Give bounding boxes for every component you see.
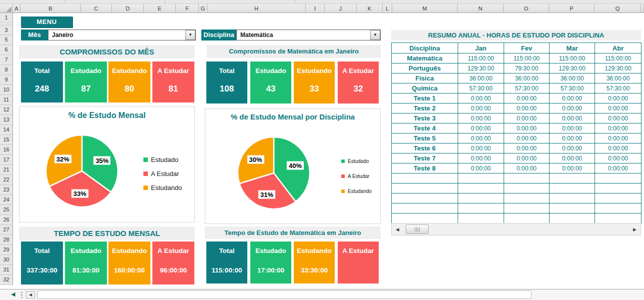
table-column-header-mar[interactable]: Mar [550, 43, 595, 54]
discipline-dropdown-arrow-button[interactable]: ▼ [370, 30, 380, 40]
column-header-A[interactable]: A [13, 4, 20, 13]
column-header-N[interactable]: N [458, 4, 504, 13]
row-header-6[interactable]: 6 [0, 45, 13, 55]
table-cell[interactable]: 0:00:00 [458, 164, 504, 174]
column-header-G[interactable]: G [199, 4, 207, 13]
row-header-28[interactable]: 28 [0, 235, 13, 245]
table-cell[interactable]: 36:00:00 [595, 74, 642, 84]
column-header-M[interactable]: M [392, 4, 458, 13]
table-cell[interactable]: 0:00:00 [550, 134, 595, 144]
table-cell[interactable] [458, 214, 504, 224]
table-row-label[interactable]: Química [392, 84, 458, 94]
row-header-11[interactable]: 11 [0, 95, 13, 105]
table-cell[interactable]: 115:00:00 [595, 54, 642, 64]
table-cell[interactable] [458, 174, 504, 184]
table-cell[interactable] [595, 174, 642, 184]
table-cell[interactable] [458, 194, 504, 204]
table-cell[interactable] [595, 204, 642, 214]
table-cell[interactable]: 0:00:00 [595, 134, 642, 144]
table-cell[interactable]: 0:00:00 [458, 134, 504, 144]
table-cell[interactable]: 0:00:00 [458, 154, 504, 164]
table-cell[interactable] [595, 194, 642, 204]
table-row-label[interactable]: Teste 3 [392, 114, 458, 124]
table-cell[interactable]: 0:00:00 [595, 154, 642, 164]
table-column-header-jan[interactable]: Jan [458, 43, 504, 54]
table-row-label[interactable]: Teste 4 [392, 124, 458, 134]
row-header-30[interactable]: 30 [0, 255, 13, 265]
table-row-label[interactable]: Português [392, 64, 458, 74]
table-horizontal-scrollbar[interactable]: ◀ ▶ [391, 223, 641, 236]
column-header-D[interactable]: D [112, 4, 144, 13]
table-cell[interactable]: 0:00:00 [595, 124, 642, 134]
column-header-L[interactable]: L [383, 4, 392, 13]
row-header-14[interactable]: 14 [0, 125, 13, 135]
table-cell[interactable] [392, 214, 458, 224]
row-header-21[interactable]: 21 [0, 165, 13, 175]
table-cell[interactable]: 0:00:00 [458, 144, 504, 154]
month-dropdown-arrow-button[interactable]: ▼ [185, 30, 195, 40]
table-cell[interactable] [595, 184, 642, 194]
table-cell[interactable]: 129:30:00 [458, 64, 504, 74]
row-header-15[interactable]: 15 [0, 135, 13, 145]
table-cell[interactable]: 0:00:00 [458, 124, 504, 134]
table-cell[interactable]: 0:00:00 [595, 104, 642, 114]
scrollbar-thumb[interactable] [406, 224, 429, 234]
table-cell[interactable]: 57:30:00 [458, 84, 504, 94]
row-header-7[interactable]: 7 [0, 55, 13, 65]
table-cell[interactable]: 115:00:00 [504, 54, 550, 64]
column-header-H[interactable]: H [207, 4, 306, 13]
month-dropdown[interactable]: Janeiro ▼ [48, 30, 196, 40]
column-header-corner[interactable] [641, 4, 644, 13]
row-header-13[interactable]: 13 [0, 115, 13, 125]
table-cell[interactable]: 57:30:00 [504, 84, 550, 94]
table-cell[interactable] [550, 214, 595, 224]
table-cell[interactable] [595, 214, 642, 224]
row-header-10[interactable]: 10 [0, 85, 13, 95]
row-header-12[interactable]: 12 [0, 105, 13, 115]
table-cell[interactable]: 115:00:00 [458, 54, 504, 64]
table-cell[interactable]: 57:30:00 [595, 84, 642, 94]
table-row-label[interactable]: Física [392, 74, 458, 84]
row-header-23[interactable]: 23 [0, 185, 13, 195]
tab-split-grip[interactable] [21, 292, 22, 298]
table-cell[interactable]: 0:00:00 [550, 144, 595, 154]
column-header-F[interactable]: F [176, 4, 199, 13]
table-cell[interactable]: 0:00:00 [595, 144, 642, 154]
row-header-16[interactable]: 16 [0, 145, 13, 155]
table-cell[interactable] [550, 184, 595, 194]
discipline-dropdown[interactable]: Matemática ▼ [236, 30, 381, 40]
table-cell[interactable]: 115:00:00 [550, 54, 595, 64]
table-cell[interactable] [504, 184, 550, 194]
hscroll-left-button[interactable]: ◀ [26, 291, 35, 298]
table-cell[interactable]: 129:30:00 [550, 64, 595, 74]
table-cell[interactable]: 0:00:00 [550, 164, 595, 174]
table-cell[interactable]: 0:00:00 [458, 94, 504, 104]
table-cell[interactable]: 0:00:00 [595, 164, 642, 174]
table-cell[interactable] [504, 174, 550, 184]
row-header-27[interactable]: 27 [0, 225, 13, 235]
table-cell[interactable] [458, 204, 504, 214]
table-cell[interactable]: 0:00:00 [504, 164, 550, 174]
table-cell[interactable]: 0:00:00 [595, 94, 642, 104]
table-cell[interactable] [550, 174, 595, 184]
table-cell[interactable]: 0:00:00 [504, 104, 550, 114]
table-cell[interactable]: 129:30:00 [595, 64, 642, 74]
table-cell[interactable]: 36:00:00 [458, 74, 504, 84]
table-cell[interactable]: 36:00:00 [504, 74, 550, 84]
table-cell[interactable]: 36:00:00 [550, 74, 595, 84]
table-cell[interactable]: 57:30:00 [550, 84, 595, 94]
column-header-corner[interactable] [0, 4, 13, 13]
menu-button[interactable]: MENU [21, 16, 72, 28]
hscroll-thumb[interactable] [37, 290, 532, 299]
row-header-26[interactable]: 26 [0, 215, 13, 225]
table-cell[interactable] [392, 194, 458, 204]
row-header-17[interactable]: 17 [0, 155, 13, 165]
column-header-E[interactable]: E [144, 4, 176, 13]
row-header-9[interactable]: 9 [0, 75, 13, 85]
table-cell[interactable]: 79:30:00 [504, 64, 550, 74]
row-header-24[interactable]: 24 [0, 195, 13, 205]
column-header-B[interactable]: B [20, 4, 81, 13]
table-cell[interactable]: 0:00:00 [550, 114, 595, 124]
row-header-8[interactable]: 8 [0, 65, 13, 75]
table-cell[interactable] [504, 214, 550, 224]
